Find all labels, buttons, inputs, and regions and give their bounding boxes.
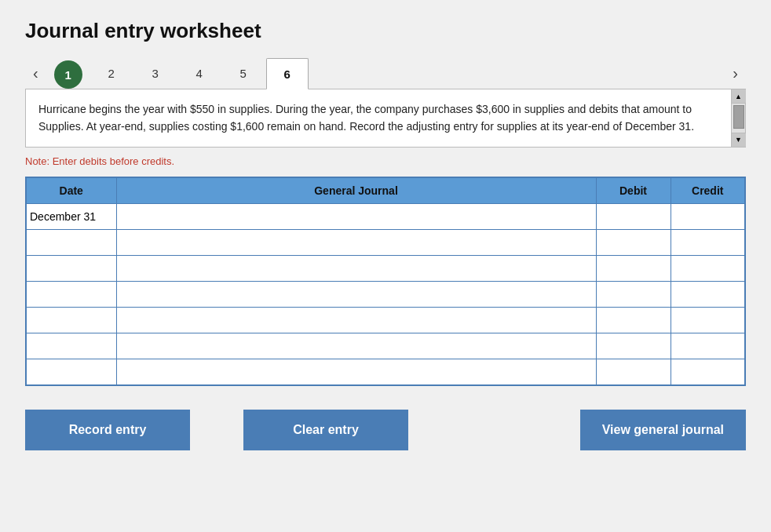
- table-cell-credit: [671, 281, 745, 307]
- table-row: [26, 307, 745, 333]
- table-cell-date: [26, 229, 116, 255]
- table-cell-journal: [116, 307, 596, 333]
- header-journal: General Journal: [116, 177, 596, 204]
- tab-5[interactable]: 5: [222, 57, 265, 89]
- header-credit: Credit: [671, 177, 745, 204]
- table-cell-debit: [596, 359, 671, 385]
- debit-input[interactable]: [600, 257, 667, 279]
- table-cell-date: December 31: [26, 203, 116, 229]
- view-general-journal-button[interactable]: View general journal: [580, 410, 746, 450]
- date-input[interactable]: [30, 335, 113, 357]
- scrollbar-thumb[interactable]: [733, 105, 744, 129]
- tab-2[interactable]: 2: [90, 57, 133, 89]
- journal-input[interactable]: [120, 206, 593, 228]
- journal-table: Date General Journal Debit Credit Decemb…: [25, 177, 746, 386]
- table-cell-credit: [671, 255, 745, 281]
- table-cell-date: [26, 359, 116, 385]
- table-cell-debit: [596, 229, 671, 255]
- credit-input[interactable]: [674, 361, 742, 383]
- date-input[interactable]: [30, 257, 113, 279]
- table-row: [26, 255, 745, 281]
- table-row: [26, 229, 745, 255]
- table-row: December 31: [26, 203, 745, 229]
- table-cell-credit: [671, 359, 745, 385]
- description-text: Hurricane begins the year with $550 in s…: [26, 89, 745, 147]
- tabs-row: ‹ 1 2 3 4 5 6 ›: [25, 57, 746, 89]
- credit-input[interactable]: [674, 231, 742, 253]
- table-cell-journal: [116, 203, 596, 229]
- table-cell-debit: [596, 203, 671, 229]
- debit-input[interactable]: [600, 309, 667, 331]
- credit-input[interactable]: [674, 257, 742, 279]
- debit-input[interactable]: [600, 206, 667, 228]
- date-input[interactable]: [30, 361, 113, 383]
- prev-arrow-button[interactable]: ‹: [25, 60, 46, 87]
- debit-input[interactable]: [600, 283, 667, 305]
- tab-6[interactable]: 6: [266, 58, 309, 89]
- table-cell-date: [26, 255, 116, 281]
- credit-input[interactable]: [674, 206, 742, 228]
- table-row: [26, 281, 745, 307]
- table-row: [26, 359, 745, 385]
- journal-input[interactable]: [120, 309, 593, 331]
- buttons-row: Record entry Clear entry View general jo…: [25, 410, 746, 450]
- scrollbar-down-button[interactable]: ▼: [732, 133, 746, 147]
- journal-input[interactable]: [120, 257, 593, 279]
- table-cell-date: [26, 281, 116, 307]
- credit-input[interactable]: [674, 309, 742, 331]
- debit-input[interactable]: [600, 361, 667, 383]
- clear-entry-button[interactable]: Clear entry: [243, 410, 408, 450]
- date-input[interactable]: [30, 231, 113, 253]
- table-cell-credit: [671, 229, 745, 255]
- table-cell-journal: [116, 333, 596, 359]
- journal-input[interactable]: [120, 335, 593, 357]
- table-row: [26, 333, 745, 359]
- debit-input[interactable]: [600, 231, 667, 253]
- table-cell-date: [26, 333, 116, 359]
- table-cell-debit: [596, 281, 671, 307]
- tab-3[interactable]: 3: [134, 57, 177, 89]
- credit-input[interactable]: [674, 283, 742, 305]
- page-title: Journal entry worksheet: [25, 19, 746, 43]
- journal-input[interactable]: [120, 283, 593, 305]
- record-entry-button[interactable]: Record entry: [25, 410, 190, 450]
- table-cell-debit: [596, 307, 671, 333]
- table-cell-credit: [671, 307, 745, 333]
- tab-1[interactable]: 1: [54, 60, 82, 89]
- table-cell-journal: [116, 281, 596, 307]
- tab-4[interactable]: 4: [178, 57, 221, 89]
- header-date: Date: [26, 177, 116, 204]
- description-box: Hurricane begins the year with $550 in s…: [25, 89, 746, 148]
- table-cell-debit: [596, 255, 671, 281]
- table-cell-journal: [116, 255, 596, 281]
- scrollbar-up-button[interactable]: ▲: [732, 89, 746, 104]
- journal-input[interactable]: [120, 361, 593, 383]
- note-text: Note: Enter debits before credits.: [25, 155, 746, 167]
- table-cell-date: [26, 307, 116, 333]
- table-cell-journal: [116, 359, 596, 385]
- scrollbar-track: [733, 105, 744, 131]
- journal-input[interactable]: [120, 231, 593, 253]
- table-cell-credit: [671, 333, 745, 359]
- date-input[interactable]: [30, 283, 113, 305]
- date-input[interactable]: [30, 309, 113, 331]
- table-cell-journal: [116, 229, 596, 255]
- main-container: Journal entry worksheet ‹ 1 2 3 4 5 6 › …: [0, 0, 771, 532]
- debit-input[interactable]: [600, 335, 667, 357]
- next-arrow-button[interactable]: ›: [725, 60, 746, 87]
- table-cell-credit: [671, 203, 745, 229]
- scrollbar[interactable]: ▲ ▼: [731, 89, 745, 147]
- credit-input[interactable]: [674, 335, 742, 357]
- header-debit: Debit: [596, 177, 671, 204]
- table-cell-debit: [596, 333, 671, 359]
